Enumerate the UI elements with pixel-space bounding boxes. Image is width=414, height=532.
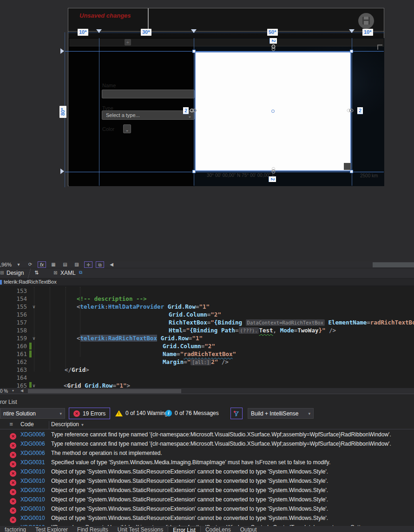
error-description: Object of type 'System.Windows.StaticRes…: [51, 513, 414, 523]
swap-panes-icon[interactable]: ⇅: [34, 270, 39, 276]
collapse-icon[interactable]: ◀: [107, 261, 116, 268]
name-input[interactable]: [102, 90, 195, 98]
breadcrumb-element[interactable]: telerik:RadRichTextBox: [0, 279, 57, 285]
margin-top-badge[interactable]: 2: [269, 38, 277, 44]
column-header-code[interactable]: Code: [20, 421, 34, 428]
code-line[interactable]: 160Grid.Column="2": [0, 342, 414, 350]
type-combobox[interactable]: Select a type... ⌄: [102, 110, 195, 120]
filter-button[interactable]: [230, 408, 243, 419]
error-table-header: ≣ Code Description ▼: [0, 421, 414, 429]
code-line[interactable]: 157RichTextBox="{Binding DataContext=Rad…: [0, 318, 414, 326]
popout-icon[interactable]: ⧉: [79, 270, 82, 275]
code-line[interactable]: 153: [0, 287, 414, 295]
fold-chevron-icon[interactable]: ∨: [33, 382, 35, 388]
code-line[interactable]: 162Margin="[all:]2" />: [0, 358, 414, 366]
scroll-left-icon[interactable]: ◀: [20, 389, 23, 393]
warnings-filter-button[interactable]: 0 of 140 Warnings: [115, 410, 171, 416]
code-line[interactable]: 154<!-- description -->: [0, 295, 414, 303]
refresh-icon[interactable]: ⟳: [26, 261, 34, 268]
add-file-icon[interactable]: +: [125, 39, 131, 45]
scope-dropdown[interactable]: ntire Solution▾: [0, 408, 65, 419]
chain-link-icon[interactable]: [271, 167, 276, 174]
selection-handle[interactable]: [350, 50, 353, 53]
code-line[interactable]: 158Html="{Binding Path=(???).Test, Mode=…: [0, 326, 414, 334]
column-grip-icon[interactable]: [96, 29, 102, 33]
column-width-label[interactable]: 10*: [362, 29, 373, 36]
panel-tab-find-results[interactable]: Find Results: [72, 526, 113, 532]
margin-right-badge[interactable]: 2: [357, 107, 363, 114]
source-dropdown[interactable]: Build + IntelliSense▾: [248, 408, 314, 419]
margin-bottom-badge[interactable]: 2: [269, 176, 276, 182]
margin-left-badge[interactable]: 2: [183, 107, 189, 114]
tab-design[interactable]: Design: [7, 270, 24, 276]
error-row[interactable]: ✕XDG0010Object of type 'System.Windows.S…: [0, 467, 414, 476]
code-line[interactable]: 161Name="radRichTextBox": [0, 350, 414, 358]
designer-zoom-value[interactable]: ,96%: [0, 262, 12, 267]
chain-link-icon[interactable]: [271, 45, 276, 52]
error-row[interactable]: ✕XDG0006Type reference cannot find type …: [0, 439, 414, 448]
row-height-label[interactable]: 80*: [59, 106, 66, 118]
error-row[interactable]: ✕XDG0010Object of type 'System.Windows.S…: [0, 486, 414, 495]
horizontal-scrollbar[interactable]: [28, 389, 181, 393]
error-code: XDG0010: [20, 495, 45, 504]
panel-tab-codelens[interactable]: CodeLens: [201, 526, 236, 532]
error-description: Object of type 'System.Windows.StaticRes…: [51, 504, 414, 513]
xaml-code-editor[interactable]: 153154<!-- description -->155∨<telerik:H…: [0, 286, 414, 388]
snap-dither-icon[interactable]: ▨: [72, 261, 81, 268]
column-grip-icon[interactable]: [191, 29, 197, 33]
change-bar: [29, 343, 32, 350]
code-line[interactable]: 163</Grid>: [0, 366, 414, 374]
column-width-label[interactable]: 50*: [267, 29, 278, 36]
panel-tab-test-explorer[interactable]: Test Explorer: [31, 526, 72, 532]
horizontal-scrollbar[interactable]: [373, 262, 414, 267]
code-line[interactable]: 156Grid.Column="2": [0, 311, 414, 318]
panel-tab-factoring[interactable]: factoring: [0, 526, 31, 532]
code-line[interactable]: 164: [0, 374, 414, 382]
panel-tab-unit-test-sessions[interactable]: Unit Test Sessions: [113, 526, 168, 532]
chevron-down-icon[interactable]: ▾: [12, 389, 14, 393]
selection-handle[interactable]: [192, 170, 196, 173]
fold-chevron-icon[interactable]: ∨: [33, 334, 35, 342]
code-line[interactable]: 159∨<telerik:RadRichTextBox Grid.Row="1": [0, 334, 414, 342]
row-grip-icon[interactable]: [60, 169, 64, 174]
chevron-down-icon[interactable]: ▾: [16, 261, 21, 268]
snap-gridlines-icon[interactable]: ✛: [84, 261, 92, 268]
column-width-label[interactable]: 10*: [78, 29, 88, 36]
panel-tab-error-list[interactable]: Error List: [168, 526, 201, 532]
error-row[interactable]: ✕XDG0006The method or operation is not i…: [0, 448, 414, 458]
color-dropdown[interactable]: ⌄: [123, 124, 131, 133]
error-icon: ✕: [10, 452, 16, 458]
column-grip-icon[interactable]: [349, 29, 355, 33]
fold-chevron-icon[interactable]: ∨: [33, 303, 35, 311]
error-row[interactable]: ✕XDG0010'{DependencyProperty.UnsetValue}…: [0, 523, 414, 526]
error-row[interactable]: ✕XDG0031Specified value of type 'System.…: [0, 458, 414, 467]
error-row[interactable]: ✕XDG0010Object of type 'System.Windows.S…: [0, 504, 414, 513]
code-line[interactable]: 165∨<Grid Grid.Row="1">: [0, 382, 414, 388]
code-line[interactable]: 155∨<telerik:HtmlDataProvider Grid.Row="…: [0, 303, 414, 311]
error-icon: ✕: [10, 489, 16, 495]
wpf-designer-surface: Unsaved changes + Name Type Select a typ…: [0, 0, 414, 261]
errors-filter-button[interactable]: ✕ 19 Errors: [69, 408, 110, 419]
selection-handle[interactable]: [192, 50, 196, 53]
error-row[interactable]: ✕XDG0010Object of type 'System.Windows.S…: [0, 476, 414, 486]
save-icon[interactable]: [358, 13, 374, 29]
error-row[interactable]: ✕XDG0010Object of type 'System.Windows.S…: [0, 495, 414, 504]
effects-fx-icon[interactable]: fx: [38, 261, 46, 268]
editor-zoom-value[interactable]: 0 %: [0, 389, 8, 394]
tab-xaml[interactable]: XAML: [60, 270, 76, 276]
column-header-description[interactable]: Description ▼: [51, 421, 84, 428]
designer-toolbar: ,96% ▾ ⟳fx▦▤▨✛⧉◀: [0, 261, 414, 268]
related-items-icon[interactable]: ≣: [9, 422, 13, 427]
show-grid-icon[interactable]: ▦: [49, 261, 58, 268]
snap-to-snaplines-icon[interactable]: ⧉: [96, 261, 104, 268]
chain-link-icon[interactable]: [347, 108, 354, 113]
chain-link-icon[interactable]: [190, 108, 197, 113]
grid-settings-icon[interactable]: ▤: [61, 261, 69, 268]
selection-handle[interactable]: [350, 170, 353, 173]
panel-tab-output[interactable]: Output: [236, 526, 262, 532]
error-row[interactable]: ✕XDG0010Object of type 'System.Windows.S…: [0, 513, 414, 523]
row-grip-icon[interactable]: [60, 48, 64, 54]
column-width-label[interactable]: 30*: [141, 29, 151, 36]
messages-filter-button[interactable]: i 0 of 76 Messages: [165, 410, 219, 416]
error-row[interactable]: ✕XDG0006Type reference cannot find type …: [0, 430, 414, 439]
